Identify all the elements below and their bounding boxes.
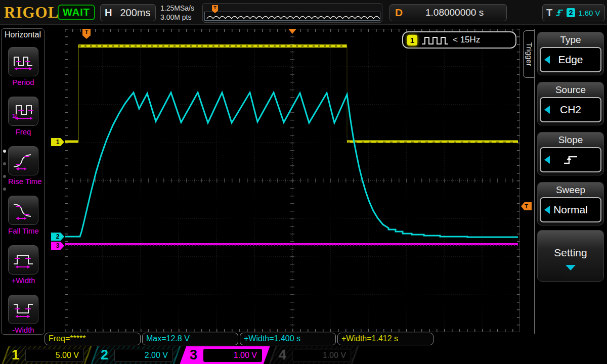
- horizontal-measure-menu: Horizontal Period 1/ Freq Ris: [1, 28, 45, 335]
- menu-page-dot: [3, 150, 6, 153]
- menu-page-dot: [3, 175, 6, 178]
- trigger-slope-group[interactable]: Slope: [537, 132, 604, 175]
- left-menu-title: Horizontal: [2, 30, 44, 39]
- channel3-scale-box: 1.00 V: [203, 349, 262, 362]
- trigger-frequency-box: 1 < 15Hz: [402, 31, 516, 49]
- trigger-level-marker-icon[interactable]: T: [521, 202, 532, 210]
- channel4-volts: 1.00 V: [323, 351, 346, 360]
- channel4-scale-box: 1.00 V: [292, 349, 351, 362]
- trigger-frequency-text: < 15Hz: [453, 35, 480, 45]
- trigger-source-badge: 2: [567, 8, 575, 17]
- channel1-badge: 1: [407, 35, 417, 46]
- timebase-value: 200ms: [120, 7, 150, 19]
- channel3-position-marker[interactable]: 3: [51, 242, 64, 250]
- measurement-pwidth-ch2: +Width=1.400 s: [240, 333, 336, 345]
- channel1-scale-box: 5.00 V: [25, 349, 84, 362]
- display-grid: T T 1 2 3 1 < 15Hz Freq=***** Max=12.8 V…: [65, 29, 520, 332]
- source-label: Source: [538, 82, 603, 97]
- trigger-setting-button[interactable]: Setting: [537, 230, 604, 282]
- measurement-pwidth-ch1: +Width=1.412 s: [337, 333, 433, 345]
- channel1-position-marker[interactable]: 1: [51, 138, 64, 146]
- rising-slope-icon: [555, 9, 563, 17]
- type-label: Type: [538, 32, 603, 47]
- fall-time-icon: [12, 200, 35, 220]
- channel2-block[interactable]: 2 2.00 V: [91, 346, 181, 364]
- trigger-menu-tab[interactable]: Trigger: [523, 30, 535, 78]
- pos-width-icon: [12, 250, 35, 270]
- sample-rate: 1.25MSa/s: [160, 4, 194, 13]
- channel4-block[interactable]: 4 1.00 V: [269, 346, 359, 364]
- channel3-volts: 1.00 V: [234, 351, 257, 360]
- top-status-bar: RIGOL WAIT H 200ms 1.25MSa/s 3.00M pts T…: [0, 0, 607, 25]
- chevron-down-icon: [566, 265, 576, 270]
- freq-icon: 1/: [12, 101, 35, 121]
- rising-slope-icon: [563, 154, 578, 165]
- menu-page-dot: [3, 162, 6, 165]
- neg-width-icon: [12, 299, 35, 320]
- delay-value: 1.08000000 s: [425, 7, 484, 18]
- channel2-scale-box: 2.00 V: [114, 349, 173, 362]
- slope-value-button[interactable]: [540, 147, 601, 172]
- period-icon: [12, 52, 35, 72]
- trigger-time-flag-icon[interactable]: T: [82, 29, 91, 35]
- trigger-status-box: T 2 1.60 V: [542, 4, 605, 21]
- trigger-menu-panel: Type Edge Source CH2 Slope Sweep Normal …: [534, 29, 606, 334]
- rigol-logo: RIGOL: [4, 4, 59, 22]
- trigger-position-marker-icon[interactable]: [288, 29, 296, 34]
- measure-item-neg-width[interactable]: -Width: [8, 295, 38, 334]
- type-value-button[interactable]: Edge: [540, 47, 601, 72]
- rise-time-icon: [12, 151, 35, 171]
- measurement-max: Max=12.8 V: [142, 333, 238, 345]
- menu-page-dot: [3, 188, 6, 191]
- measure-item-freq[interactable]: 1/ Freq: [8, 97, 38, 136]
- trigger-level-value: 1.60 V: [578, 9, 600, 17]
- measurement-freq: Freq=*****: [45, 333, 141, 345]
- trigger-type-group[interactable]: Type Edge: [537, 32, 604, 75]
- channel3-block[interactable]: 3 1.00 V: [180, 346, 270, 364]
- preview-trigger-flag-icon[interactable]: T: [212, 5, 218, 11]
- delay-label: D: [395, 7, 403, 19]
- measure-item-rise-time[interactable]: Rise Time: [8, 146, 38, 186]
- delay-box: D 1.08000000 s: [389, 4, 507, 21]
- chevron-left-icon: [544, 56, 550, 64]
- channel2-position-marker[interactable]: 2: [51, 233, 64, 241]
- chevron-left-icon: [544, 106, 550, 114]
- channel1-number: 1: [12, 347, 19, 363]
- source-value-button[interactable]: CH2: [540, 97, 601, 122]
- preview-window: [204, 12, 380, 21]
- horizontal-timebase-box: H 200ms: [100, 4, 156, 21]
- channel2-volts: 2.00 V: [145, 351, 168, 360]
- channel4-number: 4: [279, 347, 286, 363]
- trigger-sweep-group[interactable]: Sweep Normal: [537, 182, 604, 225]
- channel-status-bar: 1 5.00 V 2 2.00 V 3 1.00 V 4: [0, 346, 607, 364]
- measure-item-fall-time[interactable]: Fall Time: [8, 196, 38, 235]
- channel1-block[interactable]: 1 5.00 V: [2, 346, 92, 364]
- acquisition-info: 1.25MSa/s 3.00M pts: [160, 4, 194, 22]
- sweep-value-button[interactable]: Normal: [540, 197, 601, 222]
- measure-item-pos-width[interactable]: +Width: [8, 245, 38, 285]
- trigger-label: T: [546, 7, 552, 19]
- square-wave-icon: [421, 34, 449, 46]
- waveform-preview: T: [202, 3, 382, 23]
- chevron-left-icon: [544, 156, 550, 164]
- h-label: H: [105, 7, 112, 19]
- channel2-number: 2: [101, 347, 108, 363]
- slope-label: Slope: [538, 132, 603, 147]
- trigger-source-group[interactable]: Source CH2: [537, 82, 604, 125]
- memory-depth: 3.00M pts: [160, 13, 194, 22]
- waveform-canvas: [65, 29, 520, 332]
- chevron-left-icon: [544, 206, 550, 214]
- sweep-label: Sweep: [538, 183, 603, 197]
- channel1-volts: 5.00 V: [56, 351, 79, 360]
- run-status-badge: WAIT: [58, 5, 95, 20]
- measure-item-period[interactable]: Period: [8, 47, 38, 86]
- channel3-number: 3: [190, 347, 197, 363]
- ch2-waveform: [65, 93, 518, 237]
